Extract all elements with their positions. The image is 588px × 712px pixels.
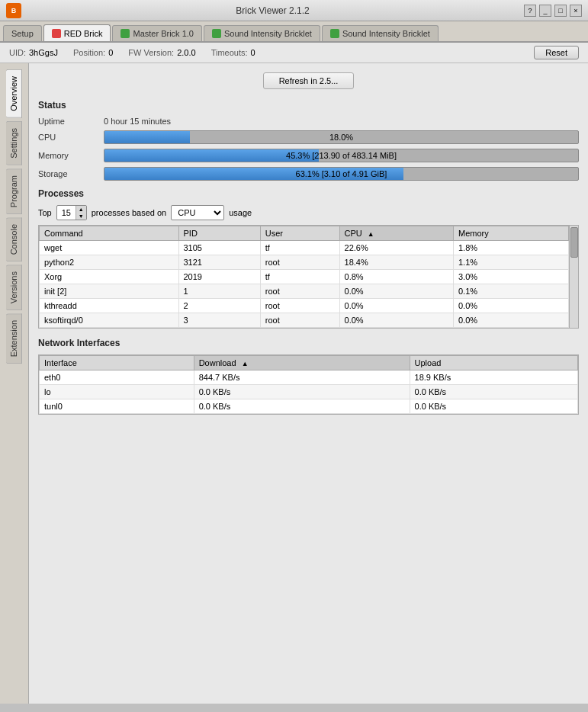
uid-label: UID: (9, 48, 26, 57)
sidebar-tab-overview[interactable]: Overview (6, 69, 22, 118)
sidebar-tab-program[interactable]: Program (6, 168, 22, 214)
cell-memory: 0.0% (454, 299, 569, 313)
sidebar-tab-extension[interactable]: Extension (6, 313, 22, 364)
network-section: Network Interfaces Interface Download ▲ … (38, 338, 579, 415)
memory-progress-text: 45.3% [213.90 of 483.14 MiB] (286, 151, 397, 160)
processes-scrollbar[interactable] (569, 226, 578, 328)
net-col-download[interactable]: Download ▲ (194, 356, 410, 370)
sound1-icon (212, 29, 221, 38)
top-spinner[interactable]: 15 ▲ ▼ (56, 205, 87, 220)
table-row[interactable]: wget 3105 tf 22.6% 1.8% (40, 241, 569, 255)
tab-setup-label: Setup (11, 29, 34, 38)
sort-arrow-cpu: ▲ (368, 230, 374, 238)
app-icon: B (6, 3, 21, 18)
cell-command: kthreadd (40, 299, 179, 313)
processes-scrollbar-thumb (570, 227, 578, 258)
cell-command: init [2] (40, 284, 179, 299)
cell-command: Xorg (40, 270, 179, 284)
network-table-container: Interface Download ▲ Upload eth0 844.7 K… (38, 354, 579, 415)
cell-pid: 3105 (178, 241, 260, 255)
cell-cpu: 0.8% (339, 270, 453, 284)
spinner-buttons: ▲ ▼ (76, 206, 86, 220)
cell-user: root (260, 313, 339, 328)
processes-table-container: Command PID User CPU ▲ Memory wget 3105 … (38, 225, 579, 329)
info-bar: UID: 3hGgsJ Position: 0 FW Version: 2.0.… (0, 43, 588, 63)
refresh-button[interactable]: Refresh in 2.5... (263, 72, 355, 89)
tab-red-brick[interactable]: RED Brick (43, 24, 111, 41)
tab-master-brick[interactable]: Master Brick 1.0 (112, 25, 201, 41)
tab-setup[interactable]: Setup (3, 25, 42, 41)
cell-download: 844.7 KB/s (194, 370, 410, 385)
cell-cpu: 0.0% (339, 299, 453, 313)
table-row[interactable]: python2 3121 root 18.4% 1.1% (40, 255, 569, 270)
minimize-btn[interactable]: _ (539, 5, 551, 17)
position-field: Position: 0 (73, 48, 113, 57)
status-title: Status (38, 100, 579, 111)
cpu-progress-text: 18.0% (329, 133, 353, 142)
cell-user: tf (260, 241, 339, 255)
uptime-label: Uptime (38, 117, 99, 126)
sidebar-tab-versions[interactable]: Versions (6, 265, 22, 310)
spinner-up[interactable]: ▲ (76, 206, 86, 213)
table-row[interactable]: kthreadd 2 root 0.0% 0.0% (40, 299, 569, 313)
cell-cpu: 0.0% (339, 284, 453, 299)
content-area: Refresh in 2.5... Status Uptime 0 hour 1… (29, 63, 588, 704)
table-row[interactable]: lo 0.0 KB/s 0.0 KB/s (40, 385, 578, 399)
tab-sound1[interactable]: Sound Intensity Bricklet (204, 25, 320, 41)
cpu-progress-fill (104, 131, 190, 143)
cell-interface: lo (40, 385, 194, 399)
cell-user: root (260, 299, 339, 313)
table-row[interactable]: Xorg 2019 tf 0.8% 3.0% (40, 270, 569, 284)
tab-sound2-label: Sound Intensity Bricklet (342, 29, 430, 38)
processes-title: Processes (38, 188, 579, 199)
cell-upload: 18.9 KB/s (410, 370, 577, 385)
storage-label: Storage (38, 169, 99, 178)
close-btn[interactable]: × (570, 5, 582, 17)
cell-interface: eth0 (40, 370, 194, 385)
net-col-upload[interactable]: Upload (410, 356, 577, 370)
table-row[interactable]: tunl0 0.0 KB/s 0.0 KB/s (40, 399, 578, 414)
timeouts-value: 0 (251, 48, 255, 57)
net-col-interface[interactable]: Interface (40, 356, 194, 370)
col-cpu[interactable]: CPU ▲ (339, 226, 453, 241)
table-row[interactable]: ksoftirqd/0 3 root 0.0% 0.0% (40, 313, 569, 328)
tab-master-brick-label: Master Brick 1.0 (133, 29, 193, 38)
table-row[interactable]: eth0 844.7 KB/s 18.9 KB/s (40, 370, 578, 385)
col-command[interactable]: Command (40, 226, 179, 241)
timeouts-field: Timeouts: 0 (211, 48, 255, 57)
cell-interface: tunl0 (40, 399, 194, 414)
col-user[interactable]: User (260, 226, 339, 241)
cpu-label: CPU (38, 133, 99, 142)
cell-pid: 1 (178, 284, 260, 299)
help-btn[interactable]: ? (524, 5, 536, 17)
col-memory[interactable]: Memory (454, 226, 569, 241)
cpu-progress-bar: 18.0% (104, 130, 579, 144)
uptime-value: 0 hour 15 minutes (104, 117, 579, 126)
sort-select[interactable]: CPU Memory PID (171, 205, 224, 220)
storage-progress-bar: 63.1% [3.10 of 4.91 GiB] (104, 167, 579, 181)
position-value: 0 (108, 48, 113, 57)
spinner-down[interactable]: ▼ (76, 213, 86, 220)
cell-memory: 3.0% (454, 270, 569, 284)
sound2-icon (330, 29, 339, 38)
cell-memory: 1.1% (454, 255, 569, 270)
top-label: Top (38, 208, 52, 217)
cell-download: 0.0 KB/s (194, 385, 410, 399)
cell-command: python2 (40, 255, 179, 270)
sidebar-tab-settings[interactable]: Settings (6, 121, 22, 165)
tab-sound2[interactable]: Sound Intensity Bricklet (322, 25, 439, 41)
maximize-btn[interactable]: □ (554, 5, 567, 17)
main-container: Overview Settings Program Console Versio… (0, 63, 588, 704)
based-on-label: processes based on (92, 208, 166, 217)
master-brick-icon (120, 29, 130, 38)
fw-label: FW Version: (128, 48, 174, 57)
position-label: Position: (73, 48, 105, 57)
cell-pid: 2019 (178, 270, 260, 284)
col-pid[interactable]: PID (178, 226, 260, 241)
cell-command: ksoftirqd/0 (40, 313, 179, 328)
cell-cpu: 0.0% (339, 313, 453, 328)
sidebar-tab-console[interactable]: Console (6, 217, 22, 261)
tab-bar: Setup RED Brick Master Brick 1.0 Sound I… (0, 21, 588, 43)
reset-button[interactable]: Reset (534, 46, 579, 59)
table-row[interactable]: init [2] 1 root 0.0% 0.1% (40, 284, 569, 299)
